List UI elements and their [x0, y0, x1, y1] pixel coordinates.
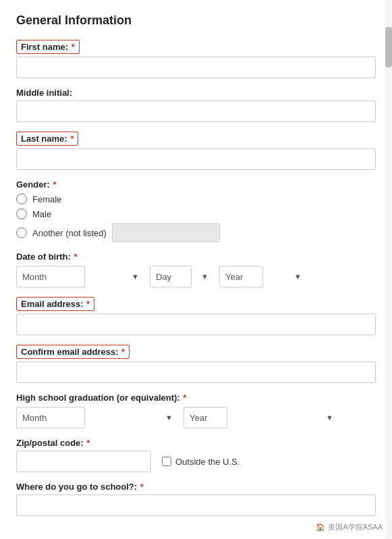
zip-input[interactable]	[16, 451, 151, 472]
watermark-icon: 🏠	[316, 523, 325, 532]
zip-required: *	[84, 438, 90, 448]
page-title: General Information	[16, 13, 376, 28]
grad-year-wrapper: Year ▼	[184, 407, 339, 428]
email-group: Email address: *	[16, 297, 376, 335]
gender-required: *	[51, 179, 57, 190]
grad-year-chevron: ▼	[326, 414, 333, 422]
dob-dropdowns: Month January February March April May J…	[16, 266, 376, 287]
first-name-input[interactable]	[16, 57, 376, 78]
dob-month-chevron: ▼	[132, 273, 139, 281]
email-label: Email address: *	[16, 297, 94, 311]
zip-row: Outside the U.S.	[16, 451, 376, 472]
gender-male-option[interactable]: Male	[16, 208, 376, 219]
dob-month-select[interactable]: Month January February March April May J…	[16, 266, 85, 287]
confirm-email-label: Confirm email address: *	[16, 345, 130, 359]
dob-year-select[interactable]: Year	[219, 266, 263, 287]
email-input[interactable]	[16, 314, 376, 335]
gender-female-option[interactable]: Female	[16, 194, 376, 204]
dob-year-chevron: ▼	[294, 273, 302, 281]
grad-label: High school graduation (or equivalent): …	[16, 393, 376, 403]
last-name-group: Last name: *	[16, 132, 376, 170]
email-required: *	[84, 299, 90, 309]
gender-male-label: Male	[32, 209, 51, 219]
first-name-required: *	[69, 42, 75, 52]
gender-male-radio[interactable]	[16, 208, 27, 219]
grad-section: High school graduation (or equivalent): …	[16, 393, 376, 428]
zip-section: Zip/postal code: * Outside the U.S.	[16, 438, 376, 472]
middle-initial-input[interactable]	[16, 101, 376, 122]
school-label: Where do you go to school?: *	[16, 482, 376, 492]
dob-label: Date of birth: *	[16, 252, 376, 262]
first-name-label: First name: *	[16, 40, 80, 54]
last-name-label: Last name: *	[16, 132, 78, 146]
watermark-text: 美国A学院ASAA	[328, 522, 383, 532]
confirm-email-required: *	[119, 347, 125, 357]
confirm-email-group: Confirm email address: *	[16, 345, 376, 383]
gender-another-label: Another (not listed)	[32, 228, 107, 238]
grad-required: *	[181, 393, 187, 403]
dob-day-wrapper: Day 12345 678910 1112131415 1617181920 2…	[150, 266, 214, 287]
grad-dropdowns: Month January February March April May J…	[16, 407, 376, 428]
gender-female-label: Female	[32, 194, 61, 204]
watermark: 🏠 美国A学院ASAA	[312, 521, 387, 534]
gender-another-option: Another (not listed)	[16, 223, 376, 242]
dob-day-chevron: ▼	[201, 273, 208, 281]
middle-initial-group: Middle initial:	[16, 88, 376, 122]
gender-another-radio[interactable]	[16, 227, 27, 238]
school-input[interactable]	[16, 494, 376, 516]
last-name-input[interactable]	[16, 148, 376, 170]
gender-another-input[interactable]	[112, 223, 220, 242]
grad-year-select[interactable]: Year	[184, 407, 227, 428]
dob-section: Date of birth: * Month January February …	[16, 252, 376, 287]
middle-initial-label: Middle initial:	[16, 88, 376, 98]
grad-month-chevron: ▼	[165, 414, 173, 422]
gender-label: Gender: *	[16, 179, 376, 190]
outside-us-checkbox[interactable]	[162, 457, 171, 466]
last-name-required: *	[68, 134, 74, 144]
school-required: *	[138, 482, 144, 492]
first-name-group: First name: *	[16, 40, 376, 78]
dob-year-wrapper: Year ▼	[219, 266, 307, 287]
dob-day-select[interactable]: Day 12345 678910 1112131415 1617181920 2…	[150, 266, 192, 287]
grad-month-select[interactable]: Month January February March April May J…	[16, 407, 85, 428]
gender-radio-group: Female Male Another (not listed)	[16, 194, 376, 242]
dob-required: *	[72, 252, 78, 262]
school-group: Where do you go to school?: *	[16, 482, 376, 516]
confirm-email-input[interactable]	[16, 362, 376, 383]
outside-us-option[interactable]: Outside the U.S.	[162, 457, 240, 467]
gender-female-radio[interactable]	[16, 194, 27, 204]
gender-section: Gender: * Female Male Another (not liste…	[16, 179, 376, 242]
grad-month-wrapper: Month January February March April May J…	[16, 407, 178, 428]
zip-label: Zip/postal code: *	[16, 438, 376, 448]
dob-month-wrapper: Month January February March April May J…	[16, 266, 144, 287]
outside-us-label: Outside the U.S.	[175, 457, 240, 467]
